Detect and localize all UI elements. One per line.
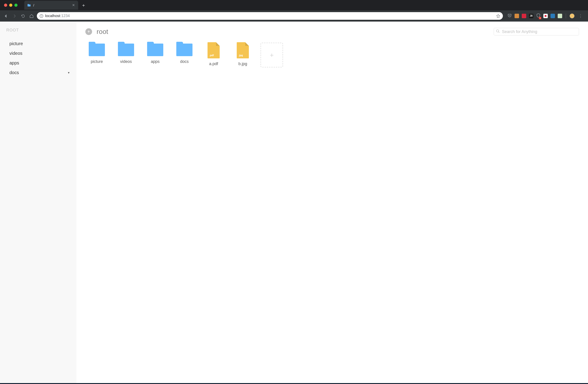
site-info-icon[interactable] [40, 14, 43, 18]
extension-icon[interactable] [522, 14, 526, 18]
folder-icon [89, 43, 105, 56]
svg-point-2 [41, 15, 42, 16]
sidebar-root-label: ROOT [6, 28, 70, 33]
browser-menu-icon[interactable]: ⋮ [577, 14, 584, 19]
file-icon: .pdf [208, 42, 220, 58]
sidebar-item-apps[interactable]: apps [6, 58, 70, 68]
file-extension-badge: .pdf [209, 53, 215, 58]
browser-tab[interactable]: / ✕ [24, 1, 78, 10]
add-new-button[interactable]: ＋ [261, 43, 283, 67]
file-grid: picture videos apps docs .pdf a.pdf [85, 42, 579, 67]
browser-toolbar: localhost :1234 JB 1 ⋮ [0, 10, 588, 21]
extension-icon[interactable] [558, 14, 562, 18]
file-extension-badge: .jpg [238, 53, 244, 58]
profile-avatar[interactable] [569, 14, 574, 19]
address-bar[interactable]: localhost :1234 [37, 12, 503, 20]
grid-item-label: b.jpg [238, 61, 247, 66]
url-port: :1234 [60, 14, 70, 18]
main-panel: root picture videos apps [76, 21, 588, 383]
breadcrumb: root [97, 28, 108, 36]
sidebar-item-picture[interactable]: picture [6, 39, 70, 48]
home-button[interactable] [28, 13, 35, 19]
sidebar: ROOT picture videos apps docs ▼ [0, 21, 76, 383]
tab-bar: / ✕ ＋ [0, 0, 588, 10]
grid-item-label: videos [120, 59, 132, 64]
grid-file[interactable]: .jpg b.jpg [231, 42, 254, 67]
folder-icon [27, 3, 31, 7]
grid-folder[interactable]: docs [173, 42, 196, 67]
sidebar-item-label: docs [9, 70, 19, 75]
grid-folder[interactable]: videos [115, 42, 137, 67]
reload-button[interactable] [20, 13, 26, 19]
up-one-level-button[interactable] [85, 28, 92, 35]
window-zoom-button[interactable] [14, 4, 18, 7]
extension-icon[interactable] [515, 14, 519, 18]
pocket-extension-icon[interactable] [507, 13, 512, 19]
grid-item-label: a.pdf [209, 61, 218, 66]
window-controls [4, 4, 18, 7]
toolbar-divider [566, 14, 566, 19]
sidebar-item-label: picture [9, 41, 23, 46]
badge-count: 1 [539, 17, 541, 19]
file-icon: .jpg [237, 42, 249, 58]
search-wrap [494, 28, 579, 36]
extension-icon[interactable] [543, 14, 548, 18]
grid-item-label: picture [91, 59, 103, 64]
tab-close-icon[interactable]: ✕ [72, 3, 75, 7]
chevron-down-icon[interactable]: ▼ [67, 71, 70, 74]
svg-point-3 [496, 30, 499, 32]
extension-icon[interactable]: JB [529, 14, 533, 18]
sidebar-item-label: apps [9, 61, 19, 66]
plus-icon: ＋ [269, 51, 275, 59]
sidebar-item-label: videos [9, 51, 22, 56]
forward-button[interactable] [11, 13, 18, 19]
folder-icon [118, 43, 134, 56]
extension-icons: JB 1 ⋮ [505, 13, 585, 19]
shield-extension-icon[interactable]: 1 [536, 13, 541, 19]
sidebar-item-docs[interactable]: docs ▼ [6, 68, 70, 78]
folder-icon [147, 43, 163, 56]
bookmark-star-icon[interactable] [496, 14, 500, 18]
url-host: localhost [45, 14, 60, 18]
grid-file[interactable]: .pdf a.pdf [202, 42, 225, 67]
search-input[interactable] [494, 28, 579, 36]
grid-folder[interactable]: picture [85, 42, 108, 67]
folder-icon [176, 43, 192, 56]
window-minimize-button[interactable] [9, 4, 12, 7]
main-header: root [85, 28, 579, 36]
browser-chrome: / ✕ ＋ localhost :1234 [0, 0, 588, 21]
grid-item-label: docs [180, 59, 189, 64]
new-tab-button[interactable]: ＋ [80, 2, 87, 8]
search-icon [496, 29, 500, 34]
svg-line-4 [498, 32, 500, 33]
grid-folder[interactable]: apps [144, 42, 167, 67]
sidebar-item-videos[interactable]: videos [6, 48, 70, 58]
window-close-button[interactable] [4, 4, 7, 7]
app: ROOT picture videos apps docs ▼ root [0, 21, 588, 384]
extension-icon[interactable] [550, 14, 555, 18]
tab-title: / [33, 3, 70, 7]
grid-item-label: apps [151, 59, 159, 64]
back-button[interactable] [3, 13, 9, 19]
